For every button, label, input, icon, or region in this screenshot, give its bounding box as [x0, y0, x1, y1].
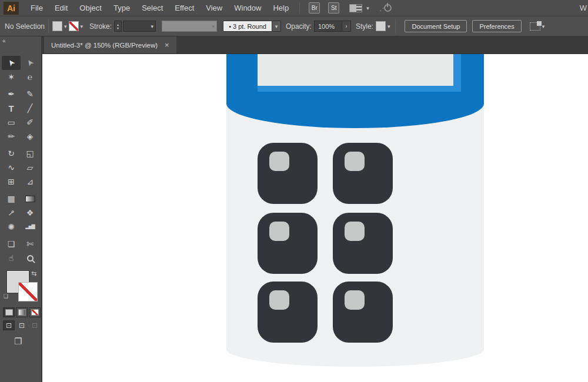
fill-chevron-icon[interactable]: ▾ — [62, 24, 69, 29]
swap-fill-stroke-icon[interactable]: ⇆ — [31, 270, 36, 277]
document-tab-title: Untitled-3* @ 150% (RGB/Preview) — [51, 42, 158, 49]
brush-chevron-button[interactable]: ▾ — [272, 21, 281, 32]
eyedropper-tool[interactable]: ⊸ — [2, 206, 21, 220]
blend-tool[interactable]: ❖ — [21, 206, 39, 220]
tool-grid: ➤ ➤ ✶ ℮ ✒ ✎ T ╱ ▭ ✐ ✏ ◈ ↻ ◱ ∿ ▱ ⊞ ⊿ ▦ ⊸ … — [0, 56, 41, 265]
zoom-tool-icon — [27, 255, 34, 262]
keypad-button[interactable] — [333, 213, 393, 274]
stroke-chevron-icon[interactable]: ▾ — [79, 24, 85, 29]
keypad-button-dot[interactable] — [269, 152, 289, 171]
menu-edit[interactable]: Edit — [49, 0, 74, 16]
curvature-tool[interactable]: ✎ — [21, 87, 39, 101]
stroke-weight-dropdown[interactable]: ▾ — [123, 21, 156, 32]
document-tab-bar: Untitled-3* @ 150% (RGB/Preview) × — [42, 36, 588, 54]
brush-definition-dropdown[interactable]: • 3 pt. Round — [223, 21, 272, 32]
screen-shape[interactable] — [258, 54, 453, 86]
style-chevron-icon[interactable]: ▾ — [386, 24, 392, 29]
rotate-tool[interactable]: ↻ — [2, 146, 21, 160]
pen-tool[interactable]: ✒ — [2, 87, 21, 101]
graph-tool[interactable]: ▂▅▇ — [21, 220, 39, 234]
menu-file[interactable]: File — [25, 0, 49, 16]
menu-object[interactable]: Object — [74, 0, 108, 16]
keypad-button-dot[interactable] — [345, 222, 365, 241]
menubar-divider — [299, 3, 300, 14]
hand-tool[interactable]: ☝ — [2, 251, 21, 265]
document-tab[interactable]: Untitled-3* @ 150% (RGB/Preview) × — [44, 36, 176, 53]
align-panel-icon[interactable] — [530, 22, 540, 31]
keypad-button-dot[interactable] — [345, 290, 365, 310]
workspace-icon[interactable] — [349, 4, 362, 12]
menu-type[interactable]: Type — [108, 0, 136, 16]
stroke-color-swatch[interactable] — [69, 21, 79, 31]
zoom-tool[interactable] — [21, 251, 39, 265]
artboard-icon: ❏ — [8, 240, 15, 248]
artboard-tool[interactable]: ❏ — [2, 237, 21, 251]
keypad-button[interactable] — [333, 143, 393, 204]
pencil-tool[interactable]: ✏ — [2, 129, 21, 143]
width-profile-dropdown[interactable]: ▾ — [162, 21, 217, 32]
keypad-button-dot[interactable] — [269, 222, 289, 241]
control-bar: No Selection ▾ ▾ Stroke: ▴ ▾ ▾ ▾ • 3 pt.… — [0, 16, 588, 36]
opacity-input[interactable]: 100% — [314, 21, 342, 32]
mesh-tool[interactable]: ▦ — [2, 192, 21, 206]
none-button[interactable] — [29, 307, 41, 317]
keypad-button-dot[interactable] — [345, 152, 365, 171]
menu-effect[interactable]: Effect — [169, 0, 200, 16]
keypad-button[interactable] — [258, 143, 318, 204]
fill-stroke-indicator: ⇆ ❏ — [0, 270, 42, 305]
symbol-sprayer-tool[interactable]: ✺ — [2, 220, 21, 234]
menu-select[interactable]: Select — [136, 0, 169, 16]
draw-normal-button[interactable]: ⊡ — [3, 320, 15, 330]
document-setup-button[interactable]: Document Setup — [405, 20, 467, 32]
gradient-button[interactable] — [16, 307, 28, 317]
artboard-canvas[interactable] — [42, 54, 588, 382]
gradient-tool[interactable] — [21, 192, 39, 206]
selection-tool[interactable]: ➤ — [2, 56, 21, 70]
stroke-indicator-swatch[interactable] — [18, 282, 38, 301]
free-transform-tool[interactable]: ▱ — [21, 160, 39, 175]
preferences-button[interactable]: Preferences — [472, 20, 521, 32]
none-icon — [31, 309, 39, 316]
line-tool[interactable]: ╱ — [21, 101, 39, 115]
fill-color-swatch[interactable] — [52, 21, 62, 31]
keypad-button[interactable] — [258, 213, 318, 274]
eraser-icon: ◈ — [27, 132, 34, 140]
style-swatch[interactable] — [376, 21, 386, 31]
screen-mode-button[interactable]: ❐ — [14, 336, 41, 347]
close-icon[interactable]: × — [165, 41, 169, 49]
opacity-more-button[interactable]: › — [342, 21, 351, 32]
keypad-button[interactable] — [258, 282, 318, 343]
bridge-button[interactable]: Br — [309, 2, 320, 14]
shape-builder-tool[interactable]: ⊞ — [2, 175, 21, 189]
menu-help[interactable]: Help — [267, 0, 295, 16]
control-separator — [48, 19, 49, 33]
rectangle-tool[interactable]: ▭ — [2, 115, 21, 129]
stepper-down-icon[interactable]: ▾ — [117, 26, 119, 30]
chevron-down-icon[interactable]: ▾ — [365, 5, 371, 11]
lasso-tool[interactable]: ℮ — [21, 70, 39, 84]
collapse-panel-icon[interactable]: « — [2, 38, 6, 44]
perspective-grid-tool[interactable]: ⊿ — [21, 175, 39, 189]
scale-tool[interactable]: ◱ — [21, 146, 39, 160]
eraser-tool[interactable]: ◈ — [21, 129, 39, 143]
menu-view[interactable]: View — [200, 0, 228, 16]
magic-wand-tool[interactable]: ✶ — [2, 70, 21, 84]
type-tool[interactable]: T — [2, 101, 21, 115]
keypad-button-dot[interactable] — [269, 290, 289, 310]
direct-selection-tool[interactable]: ➤ — [21, 56, 39, 70]
paintbrush-tool[interactable]: ✐ — [21, 115, 39, 129]
phone-body-shape[interactable] — [226, 54, 484, 367]
stock-button[interactable]: St — [328, 2, 339, 14]
direct-selection-tool-icon: ➤ — [25, 58, 35, 68]
width-tool[interactable]: ∿ — [2, 160, 21, 175]
draw-behind-button[interactable]: ⊡ — [16, 320, 28, 330]
menu-window[interactable]: Window — [228, 0, 267, 16]
default-fill-stroke-icon[interactable]: ❏ — [4, 293, 8, 299]
slice-icon: ✄ — [26, 240, 34, 248]
keypad-button[interactable] — [333, 282, 393, 343]
stroke-weight-stepper[interactable]: ▴ ▾ — [114, 21, 122, 32]
chevron-down-icon[interactable]: ▾ — [149, 24, 156, 29]
color-button[interactable] — [3, 307, 15, 317]
magic-wand-icon: ✶ — [8, 73, 15, 81]
slice-tool[interactable]: ✄ — [21, 237, 39, 251]
